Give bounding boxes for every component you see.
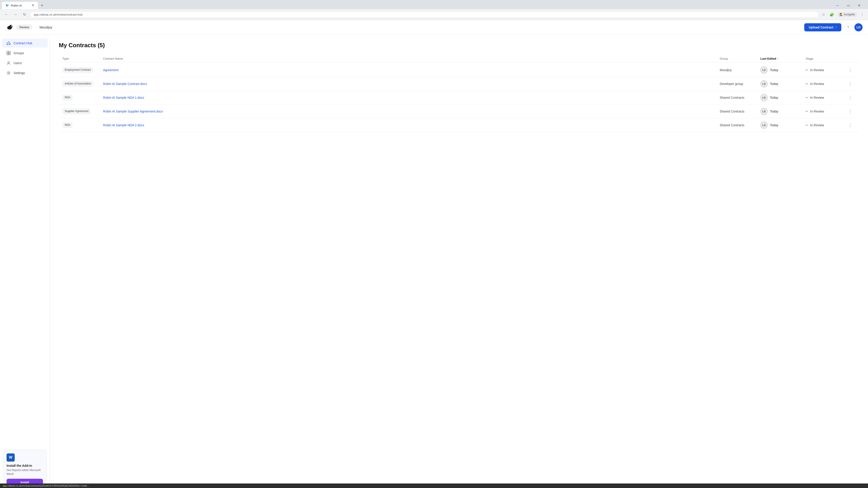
- edited-time: Today: [770, 123, 778, 127]
- stage-label: In Review: [810, 82, 824, 86]
- nav-actions: ☆ 🧩 🕵 Incognito ⋮: [820, 11, 865, 18]
- app-header: Review Moodjoy Upload Contract ↑ ? LD: [0, 20, 868, 35]
- close-window-button[interactable]: ✕: [854, 2, 864, 9]
- sidebar-label-contract-hub: Contract Hub: [13, 41, 32, 45]
- type-badge: NDA: [62, 122, 72, 128]
- stage-label: In Review: [810, 96, 824, 99]
- addon-description: Get Reports within Microsoft Word!: [6, 468, 43, 476]
- last-edited-cell: LD Today: [761, 108, 806, 115]
- avatar: LD: [761, 122, 768, 129]
- stage-label: In Review: [810, 68, 824, 72]
- edit-icon: ✏: [806, 123, 808, 127]
- sidebar: Contract Hub Groups Users: [0, 35, 50, 488]
- tab-favicon: 🐦: [5, 4, 9, 7]
- close-tab-button[interactable]: ✕: [31, 4, 34, 7]
- app-logo: Review Moodjoy: [5, 23, 52, 31]
- contract-type-cell: NDA: [62, 95, 103, 101]
- edit-icon: ✏: [806, 96, 808, 99]
- more-actions-cell: ⋮: [846, 67, 855, 73]
- avatar: LD: [761, 66, 768, 74]
- svg-rect-7: [9, 53, 10, 55]
- menu-button[interactable]: ⋮: [859, 11, 865, 18]
- contract-name-cell: Robin AI Sample Contract.docx: [103, 82, 720, 86]
- contract-name-link[interactable]: Agreement: [103, 68, 119, 72]
- group-cell: Shared Contracts: [720, 123, 761, 127]
- url-text: app.robinai.co.uk/review/contract-hub: [34, 13, 83, 16]
- type-badge: Employment Contract: [62, 67, 93, 73]
- avatar: LD: [761, 108, 768, 115]
- incognito-badge: 🕵 Incognito: [837, 12, 857, 17]
- more-actions-cell: ⋮: [846, 108, 855, 115]
- word-letter: W: [9, 455, 12, 459]
- more-actions-cell: ⋮: [846, 122, 855, 129]
- svg-point-1: [9, 25, 12, 28]
- maximize-button[interactable]: ▭: [843, 2, 854, 9]
- group-cell: Shared Contracts: [720, 96, 761, 99]
- more-options-button[interactable]: ⋮: [846, 80, 854, 87]
- address-bar[interactable]: app.robinai.co.uk/review/contract-hub: [30, 11, 819, 18]
- review-badge[interactable]: Review: [16, 25, 32, 30]
- edit-icon: ✏: [806, 68, 808, 72]
- upload-label: Upload Contract: [809, 26, 833, 29]
- contract-name-link[interactable]: Robin AI Sample NDA 2.docx: [103, 123, 144, 127]
- table-row: Employment Contract Agreement Moodjoy LD…: [59, 63, 859, 77]
- group-cell: Developer group: [720, 82, 761, 86]
- sidebar-item-contract-hub[interactable]: Contract Hub: [2, 39, 48, 48]
- user-avatar[interactable]: LD: [855, 23, 863, 31]
- contract-type-cell: Employment Contract: [62, 67, 103, 73]
- stage-cell: ✏ In Review: [806, 96, 846, 99]
- table-row: NDA Robin AI Sample NDA 1.docx Shared Co…: [59, 91, 859, 105]
- svg-rect-5: [9, 51, 10, 53]
- table-header: Type Contract Name Group Last Edited ↑ S…: [59, 55, 859, 62]
- avatar: LD: [761, 80, 768, 88]
- col-last-edited[interactable]: Last Edited ↑: [761, 57, 806, 60]
- more-actions-cell: ⋮: [846, 80, 855, 87]
- contract-name-cell: Robin AI Sample NDA 2.docx: [103, 123, 720, 127]
- incognito-label: Incognito: [844, 13, 855, 16]
- table-row: Articles of Association Robin AI Sample …: [59, 77, 859, 91]
- sidebar-label-users: Users: [13, 61, 22, 65]
- more-options-button[interactable]: ⋮: [846, 94, 854, 101]
- group-cell: Moodjoy: [720, 68, 761, 72]
- window-controls: ─ ▭ ✕: [831, 2, 866, 9]
- more-options-button[interactable]: ⋮: [846, 67, 854, 73]
- stage-cell: ✏ In Review: [806, 109, 846, 113]
- col-type: Type: [62, 57, 103, 60]
- edit-icon: ✏: [806, 109, 808, 113]
- incognito-icon: 🕵: [839, 13, 843, 16]
- forward-button[interactable]: →: [12, 11, 19, 18]
- contract-type-cell: Supplier Agreement: [62, 108, 103, 114]
- word-icon: W: [6, 453, 15, 462]
- upload-icon: ↑: [835, 26, 837, 29]
- col-stage: Stage: [806, 57, 846, 60]
- edited-time: Today: [770, 68, 778, 72]
- bookmark-button[interactable]: ☆: [820, 11, 827, 18]
- extensions-button[interactable]: 🧩: [828, 11, 835, 18]
- col-contract-name: Contract Name: [103, 57, 720, 60]
- main-content: My Contracts (5) Type Contract Name Grou…: [50, 35, 868, 488]
- svg-rect-6: [7, 53, 8, 55]
- groups-icon: [6, 51, 11, 55]
- upload-contract-button[interactable]: Upload Contract ↑: [804, 23, 841, 31]
- back-button[interactable]: ←: [3, 11, 10, 18]
- help-button[interactable]: ?: [844, 23, 852, 31]
- last-edited-cell: LD Today: [761, 66, 806, 74]
- more-options-button[interactable]: ⋮: [846, 108, 854, 115]
- contract-name-link[interactable]: Robin AI Sample NDA 1.docx: [103, 96, 144, 99]
- sidebar-label-groups: Groups: [13, 51, 24, 55]
- contract-name-link[interactable]: Robin AI Sample Supplier Agreement.docx: [103, 109, 163, 113]
- minimize-button[interactable]: ─: [832, 2, 843, 9]
- sidebar-item-settings[interactable]: Settings: [2, 68, 48, 77]
- reload-button[interactable]: ↻: [21, 11, 28, 18]
- sidebar-item-groups[interactable]: Groups: [2, 48, 48, 58]
- svg-point-9: [8, 72, 9, 74]
- word-addon-panel: W Install the Add-in Get Reports within …: [3, 450, 47, 488]
- contract-name-link[interactable]: Robin AI Sample Contract.docx: [103, 82, 147, 86]
- new-tab-button[interactable]: +: [39, 2, 45, 9]
- last-edited-cell: LD Today: [761, 80, 806, 88]
- active-tab[interactable]: 🐦 Robin AI ✕: [2, 2, 38, 9]
- sidebar-item-users[interactable]: Users: [2, 59, 48, 68]
- type-badge: Articles of Association: [62, 81, 93, 87]
- settings-icon: [6, 71, 11, 75]
- more-options-button[interactable]: ⋮: [846, 122, 854, 129]
